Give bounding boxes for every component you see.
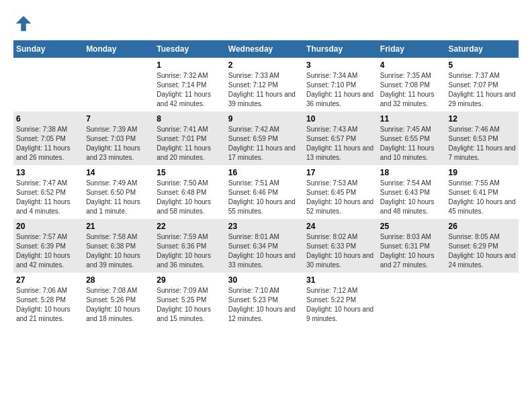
calendar-cell: 2Sunrise: 7:33 AMSunset: 7:12 PMDaylight… [226, 58, 304, 111]
calendar-cell: 6Sunrise: 7:38 AMSunset: 7:05 PMDaylight… [13, 111, 83, 165]
week-row-1: 1Sunrise: 7:32 AMSunset: 7:14 PMDaylight… [13, 58, 519, 111]
day-info: Sunrise: 7:47 AMSunset: 6:52 PMDaylight:… [16, 179, 81, 216]
calendar-cell: 18Sunrise: 7:54 AMSunset: 6:43 PMDayligh… [378, 165, 446, 219]
day-info: Sunrise: 7:43 AMSunset: 6:57 PMDaylight:… [306, 125, 375, 163]
calendar-cell: 29Sunrise: 7:09 AMSunset: 5:25 PMDayligh… [154, 273, 225, 326]
day-number: 17 [306, 168, 375, 177]
calendar-cell: 8Sunrise: 7:41 AMSunset: 7:01 PMDaylight… [154, 111, 225, 165]
header-saturday: Saturday [446, 40, 519, 58]
day-number: 12 [449, 114, 516, 124]
day-info: Sunrise: 7:53 AMSunset: 6:45 PMDaylight:… [306, 179, 375, 216]
calendar-cell: 20Sunrise: 7:57 AMSunset: 6:39 PMDayligh… [13, 219, 83, 273]
day-info: Sunrise: 7:49 AMSunset: 6:50 PMDaylight:… [86, 179, 151, 216]
calendar-cell [13, 58, 83, 111]
day-info: Sunrise: 7:35 AMSunset: 7:08 PMDaylight:… [380, 71, 443, 109]
day-number: 1 [157, 60, 222, 70]
day-info: Sunrise: 7:58 AMSunset: 6:38 PMDaylight:… [86, 232, 151, 270]
calendar-cell: 28Sunrise: 7:08 AMSunset: 5:26 PMDayligh… [83, 273, 154, 326]
calendar-cell: 17Sunrise: 7:53 AMSunset: 6:45 PMDayligh… [304, 165, 378, 219]
calendar-cell: 27Sunrise: 7:06 AMSunset: 5:28 PMDayligh… [13, 273, 83, 326]
day-number: 22 [157, 222, 222, 231]
week-row-4: 20Sunrise: 7:57 AMSunset: 6:39 PMDayligh… [13, 219, 519, 273]
week-row-2: 6Sunrise: 7:38 AMSunset: 7:05 PMDaylight… [13, 111, 519, 165]
day-number: 26 [449, 222, 516, 231]
calendar-cell: 3Sunrise: 7:34 AMSunset: 7:10 PMDaylight… [304, 58, 378, 111]
day-number: 28 [86, 275, 151, 285]
day-info: Sunrise: 7:06 AMSunset: 5:28 PMDaylight:… [16, 286, 81, 324]
day-number: 31 [306, 275, 375, 285]
day-number: 3 [306, 60, 375, 70]
day-info: Sunrise: 7:12 AMSunset: 5:22 PMDaylight:… [306, 286, 375, 324]
day-number: 4 [380, 60, 443, 70]
day-info: Sunrise: 7:55 AMSunset: 6:41 PMDaylight:… [449, 179, 516, 216]
calendar-cell: 25Sunrise: 8:03 AMSunset: 6:31 PMDayligh… [378, 219, 446, 273]
day-info: Sunrise: 7:37 AMSunset: 7:07 PMDaylight:… [449, 71, 516, 109]
day-number: 10 [306, 114, 375, 124]
header-thursday: Thursday [304, 40, 378, 58]
day-info: Sunrise: 7:32 AMSunset: 7:14 PMDaylight:… [157, 71, 222, 109]
page-header [13, 13, 519, 34]
day-info: Sunrise: 7:50 AMSunset: 6:48 PMDaylight:… [157, 179, 222, 216]
day-number: 16 [228, 168, 301, 177]
logo [13, 13, 36, 34]
day-info: Sunrise: 7:59 AMSunset: 6:36 PMDaylight:… [157, 232, 222, 270]
day-info: Sunrise: 7:41 AMSunset: 7:01 PMDaylight:… [157, 125, 222, 163]
header-sunday: Sunday [13, 40, 83, 58]
day-info: Sunrise: 8:03 AMSunset: 6:31 PMDaylight:… [380, 232, 443, 270]
day-info: Sunrise: 7:09 AMSunset: 5:25 PMDaylight:… [157, 286, 222, 324]
day-number: 21 [86, 222, 151, 231]
day-number: 24 [306, 222, 375, 231]
day-info: Sunrise: 7:46 AMSunset: 6:53 PMDaylight:… [449, 125, 516, 163]
calendar-cell [83, 58, 154, 111]
day-info: Sunrise: 7:10 AMSunset: 5:23 PMDaylight:… [228, 286, 301, 324]
day-number: 6 [16, 114, 81, 124]
calendar-cell: 13Sunrise: 7:47 AMSunset: 6:52 PMDayligh… [13, 165, 83, 219]
day-info: Sunrise: 7:51 AMSunset: 6:46 PMDaylight:… [228, 179, 301, 216]
calendar-header-row: SundayMondayTuesdayWednesdayThursdayFrid… [13, 40, 519, 58]
day-info: Sunrise: 8:01 AMSunset: 6:34 PMDaylight:… [228, 232, 301, 270]
calendar-cell: 16Sunrise: 7:51 AMSunset: 6:46 PMDayligh… [226, 165, 304, 219]
day-number: 27 [16, 275, 81, 285]
day-info: Sunrise: 7:08 AMSunset: 5:26 PMDaylight:… [86, 286, 151, 324]
calendar-cell [446, 273, 519, 326]
week-row-3: 13Sunrise: 7:47 AMSunset: 6:52 PMDayligh… [13, 165, 519, 219]
calendar-cell: 1Sunrise: 7:32 AMSunset: 7:14 PMDaylight… [154, 58, 225, 111]
day-number: 30 [228, 275, 301, 285]
day-info: Sunrise: 7:33 AMSunset: 7:12 PMDaylight:… [228, 71, 301, 109]
day-number: 13 [16, 168, 81, 177]
calendar-cell: 14Sunrise: 7:49 AMSunset: 6:50 PMDayligh… [83, 165, 154, 219]
day-info: Sunrise: 7:54 AMSunset: 6:43 PMDaylight:… [380, 179, 443, 216]
day-number: 11 [380, 114, 443, 124]
calendar-cell: 10Sunrise: 7:43 AMSunset: 6:57 PMDayligh… [304, 111, 378, 165]
calendar-cell: 26Sunrise: 8:05 AMSunset: 6:29 PMDayligh… [446, 219, 519, 273]
day-info: Sunrise: 7:42 AMSunset: 6:59 PMDaylight:… [228, 125, 301, 163]
day-info: Sunrise: 8:02 AMSunset: 6:33 PMDaylight:… [306, 232, 375, 270]
calendar-cell: 11Sunrise: 7:45 AMSunset: 6:55 PMDayligh… [378, 111, 446, 165]
day-number: 7 [86, 114, 151, 124]
day-info: Sunrise: 7:57 AMSunset: 6:39 PMDaylight:… [16, 232, 81, 270]
day-info: Sunrise: 7:39 AMSunset: 7:03 PMDaylight:… [86, 125, 151, 163]
day-number: 18 [380, 168, 443, 177]
day-info: Sunrise: 8:05 AMSunset: 6:29 PMDaylight:… [449, 232, 516, 270]
calendar-cell: 21Sunrise: 7:58 AMSunset: 6:38 PMDayligh… [83, 219, 154, 273]
day-number: 2 [228, 60, 301, 70]
calendar-cell: 5Sunrise: 7:37 AMSunset: 7:07 PMDaylight… [446, 58, 519, 111]
day-info: Sunrise: 7:45 AMSunset: 6:55 PMDaylight:… [380, 125, 443, 163]
day-info: Sunrise: 7:34 AMSunset: 7:10 PMDaylight:… [306, 71, 375, 109]
day-number: 20 [16, 222, 81, 231]
calendar-cell: 23Sunrise: 8:01 AMSunset: 6:34 PMDayligh… [226, 219, 304, 273]
calendar-table: SundayMondayTuesdayWednesdayThursdayFrid… [13, 40, 519, 326]
day-number: 29 [157, 275, 222, 285]
logo-icon [13, 13, 34, 34]
calendar-cell [378, 273, 446, 326]
calendar-cell: 31Sunrise: 7:12 AMSunset: 5:22 PMDayligh… [304, 273, 378, 326]
day-info: Sunrise: 7:38 AMSunset: 7:05 PMDaylight:… [16, 125, 81, 163]
calendar-cell: 30Sunrise: 7:10 AMSunset: 5:23 PMDayligh… [226, 273, 304, 326]
day-number: 5 [449, 60, 516, 70]
day-number: 8 [157, 114, 222, 124]
calendar-cell: 4Sunrise: 7:35 AMSunset: 7:08 PMDaylight… [378, 58, 446, 111]
calendar-cell: 15Sunrise: 7:50 AMSunset: 6:48 PMDayligh… [154, 165, 225, 219]
calendar-cell: 9Sunrise: 7:42 AMSunset: 6:59 PMDaylight… [226, 111, 304, 165]
day-number: 23 [228, 222, 301, 231]
day-number: 25 [380, 222, 443, 231]
